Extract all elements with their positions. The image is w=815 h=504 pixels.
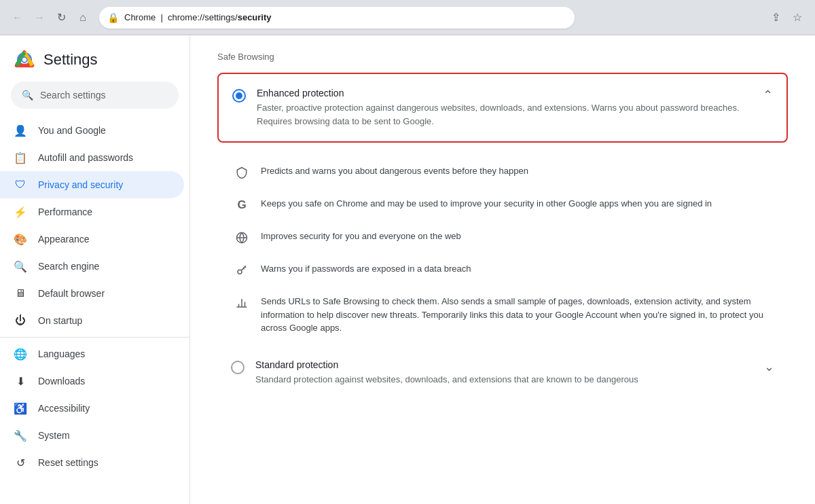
sidebar-label-on-startup: On startup [38, 315, 82, 326]
sidebar-label-you-and-google: You and Google [38, 125, 106, 136]
sidebar-item-downloads[interactable]: ⬇ Downloads [0, 367, 184, 395]
sidebar-item-privacy-security[interactable]: 🛡 Privacy and security [0, 171, 184, 198]
sidebar-label-performance: Performance [38, 206, 92, 217]
sidebar-label-accessibility: Accessibility [38, 403, 90, 414]
sidebar-label-languages: Languages [38, 348, 85, 359]
palette-icon: 🎨 [14, 232, 27, 246]
back-button[interactable]: ← [8, 8, 27, 27]
sidebar-item-appearance[interactable]: 🎨 Appearance [0, 226, 184, 253]
shield-feature-icon [234, 164, 250, 181]
home-button[interactable]: ⌂ [73, 8, 92, 27]
sidebar-label-system: System [38, 430, 70, 441]
sidebar-label-search-engine: Search engine [38, 261, 99, 272]
sidebar-item-autofill[interactable]: 📋 Autofill and passwords [0, 144, 184, 171]
main-layout: Settings 🔍 👤 You and Google 📋 Autofill a… [0, 35, 815, 504]
feature-item-4: Sends URLs to Safe Browsing to check the… [223, 287, 788, 343]
reload-button[interactable]: ↻ [52, 8, 71, 27]
feature-item-1: G Keeps you safe on Chrome and may be us… [223, 189, 788, 221]
toolbar-right: ⇪ ☆ [766, 8, 807, 27]
content-area: Safe Browsing Enhanced protection Faster… [190, 35, 815, 504]
search-bar-container: 🔍 [0, 82, 189, 117]
sidebar-label-default-browser: Default browser [38, 288, 105, 299]
download-icon: ⬇ [14, 374, 27, 388]
language-icon: 🌐 [14, 347, 27, 361]
search-input[interactable] [40, 90, 168, 101]
enhanced-protection-card[interactable]: Enhanced protection Faster, proactive pr… [217, 73, 788, 143]
feature-item-2: Improves security for you and everyone o… [223, 221, 788, 254]
sidebar-label-downloads: Downloads [38, 376, 85, 386]
enhanced-protection-description: Faster, proactive protection against dan… [257, 101, 752, 128]
key-feature-icon [234, 262, 250, 278]
standard-expand-button[interactable]: ⌄ [764, 359, 774, 374]
history-icon: ↺ [14, 456, 27, 469]
standard-protection-title: Standard protection [255, 359, 753, 370]
feature-list: Predicts and warns you about dangerous e… [217, 156, 788, 343]
chart-feature-icon [234, 295, 250, 311]
standard-radio-button[interactable] [231, 361, 244, 374]
svg-point-4 [22, 58, 26, 62]
address-bar[interactable]: 🔒 Chrome | chrome://settings/security [99, 7, 575, 29]
settings-header: Settings [0, 41, 189, 82]
svg-line-10 [243, 268, 244, 270]
person-icon: 👤 [14, 124, 27, 137]
enhanced-protection-title: Enhanced protection [257, 88, 752, 98]
sidebar-label-autofill: Autofill and passwords [38, 152, 133, 163]
search-icon: 🔍 [22, 90, 33, 101]
standard-protection-description: Standard protection against websites, do… [255, 373, 753, 386]
sidebar-item-reset-settings[interactable]: ↺ Reset settings [0, 449, 184, 476]
sidebar-divider [0, 337, 189, 338]
google-feature-icon: G [234, 197, 250, 213]
sidebar: Settings 🔍 👤 You and Google 📋 Autofill a… [0, 35, 190, 504]
feature-item-0: Predicts and warns you about dangerous e… [223, 156, 788, 189]
power-icon: ⏻ [14, 314, 27, 327]
standard-protection-content: Standard protection Standard protection … [255, 359, 753, 386]
enhanced-radio-button[interactable] [232, 89, 246, 103]
svg-point-7 [238, 270, 242, 274]
feature-item-3: Warns you if passwords are exposed in a … [223, 254, 788, 287]
sidebar-label-appearance: Appearance [38, 234, 90, 245]
web-icon: 🖥 [14, 287, 27, 300]
search-nav-icon: 🔍 [14, 259, 27, 273]
sidebar-item-you-and-google[interactable]: 👤 You and Google [0, 117, 184, 144]
feature-text-0: Predicts and warns you about dangerous e… [261, 164, 528, 178]
speed-icon: ⚡ [14, 205, 27, 219]
enhanced-protection-header: Enhanced protection Faster, proactive pr… [232, 88, 773, 128]
browser-chrome: ← → ↻ ⌂ 🔒 Chrome | chrome://settings/sec… [0, 0, 815, 35]
enhanced-collapse-button[interactable]: ⌃ [763, 88, 773, 103]
chrome-logo [14, 49, 35, 71]
security-icon: 🔒 [107, 12, 119, 23]
globe-feature-icon [234, 230, 250, 246]
share-button[interactable]: ⇪ [766, 8, 785, 27]
sidebar-item-languages[interactable]: 🌐 Languages [0, 340, 184, 367]
shield-icon: 🛡 [14, 178, 27, 192]
svg-line-8 [242, 266, 246, 270]
bookmark-button[interactable]: ☆ [788, 8, 807, 27]
standard-protection-card[interactable]: Standard protection Standard protection … [217, 348, 788, 397]
sidebar-item-system[interactable]: 🔧 System [0, 422, 184, 449]
sidebar-item-accessibility[interactable]: ♿ Accessibility [0, 395, 184, 422]
feature-text-4: Sends URLs to Safe Browsing to check the… [261, 295, 777, 335]
sidebar-item-search-engine[interactable]: 🔍 Search engine [0, 253, 184, 280]
system-icon: 🔧 [14, 429, 27, 442]
enhanced-protection-content: Enhanced protection Faster, proactive pr… [257, 88, 752, 128]
feature-text-2: Improves security for you and everyone o… [261, 230, 461, 243]
search-bar[interactable]: 🔍 [11, 82, 179, 109]
assignment-icon: 📋 [14, 151, 27, 164]
url-text: Chrome | chrome://settings/security [124, 12, 272, 22]
section-label: Safe Browsing [217, 52, 788, 62]
nav-buttons: ← → ↻ ⌂ [8, 8, 92, 27]
settings-title: Settings [43, 51, 98, 69]
sidebar-item-on-startup[interactable]: ⏻ On startup [0, 307, 184, 334]
sidebar-label-reset-settings: Reset settings [38, 457, 98, 468]
sidebar-label-privacy-security: Privacy and security [38, 179, 123, 190]
svg-line-9 [245, 267, 247, 268]
sidebar-item-performance[interactable]: ⚡ Performance [0, 198, 184, 226]
accessibility-icon: ♿ [14, 401, 27, 415]
forward-button[interactable]: → [30, 8, 49, 27]
sidebar-item-default-browser[interactable]: 🖥 Default browser [0, 280, 184, 307]
feature-text-1: Keeps you safe on Chrome and may be used… [261, 197, 712, 211]
feature-text-3: Warns you if passwords are exposed in a … [261, 262, 471, 276]
